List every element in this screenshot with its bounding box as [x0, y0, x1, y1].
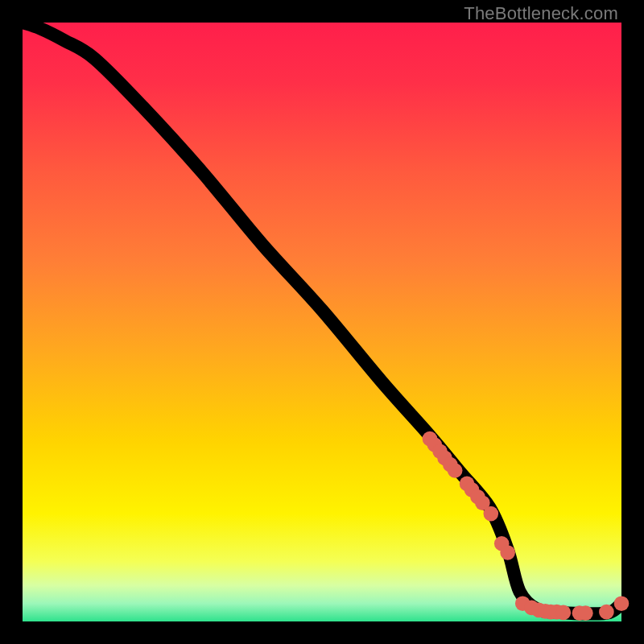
- data-point: [484, 506, 499, 522]
- data-point: [614, 596, 630, 611]
- data-point: [599, 605, 614, 620]
- plot-area: [23, 23, 621, 621]
- data-point: [500, 545, 515, 560]
- data-point: [448, 463, 463, 478]
- watermark-text: TheBottleneck.com: [464, 3, 618, 24]
- data-point: [556, 605, 572, 621]
- bottleneck-curve: [23, 23, 621, 613]
- chart-frame: TheBottleneck.com: [0, 0, 644, 644]
- data-point: [578, 605, 593, 621]
- chart-svg: [23, 23, 621, 621]
